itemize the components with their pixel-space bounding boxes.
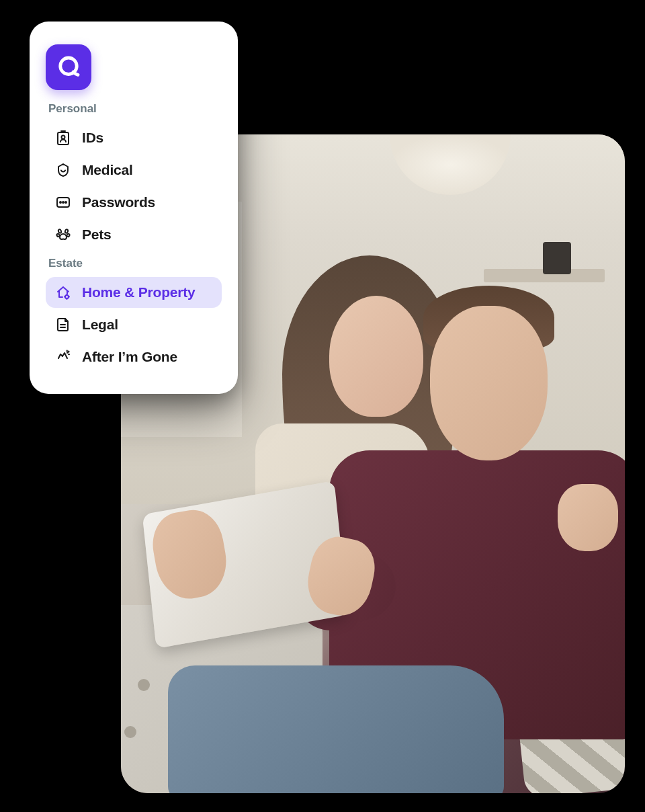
sidebar-item-ids[interactable]: IDs (46, 122, 222, 153)
svg-point-6 (62, 202, 64, 203)
sidebar-item-label: IDs (82, 130, 103, 146)
svg-point-2 (62, 136, 65, 139)
app-logo[interactable] (46, 44, 91, 90)
legal-icon (55, 317, 71, 333)
svg-point-9 (64, 229, 69, 234)
sidebar-item-home-property[interactable]: Home & Property (46, 277, 222, 308)
svg-point-8 (58, 229, 62, 234)
logo-icon (54, 53, 83, 81)
section-label-personal: Personal (46, 102, 222, 116)
sidebar-item-label: Passwords (82, 194, 155, 210)
passwords-icon (55, 194, 71, 210)
sidebar: Personal IDs Medical (30, 22, 238, 394)
medical-icon (55, 162, 71, 178)
sidebar-item-label: Pets (82, 227, 112, 243)
sidebar-item-label: Home & Property (82, 284, 196, 300)
sidebar-item-passwords[interactable]: Passwords (46, 187, 222, 218)
sidebar-item-label: After I’m Gone (82, 349, 177, 365)
sidebar-item-label: Legal (82, 317, 118, 333)
pets-icon (55, 227, 71, 243)
svg-point-5 (60, 202, 61, 203)
sidebar-item-legal[interactable]: Legal (46, 309, 222, 340)
svg-point-15 (68, 351, 69, 352)
sidebar-item-medical[interactable]: Medical (46, 155, 222, 186)
id-icon (55, 130, 71, 146)
sidebar-item-label: Medical (82, 162, 133, 178)
after-gone-icon (55, 349, 71, 365)
home-icon (55, 284, 71, 300)
sidebar-item-after-gone[interactable]: After I’m Gone (46, 341, 222, 372)
sidebar-item-pets[interactable]: Pets (46, 219, 222, 250)
svg-point-7 (65, 202, 67, 203)
section-label-estate: Estate (46, 257, 222, 270)
